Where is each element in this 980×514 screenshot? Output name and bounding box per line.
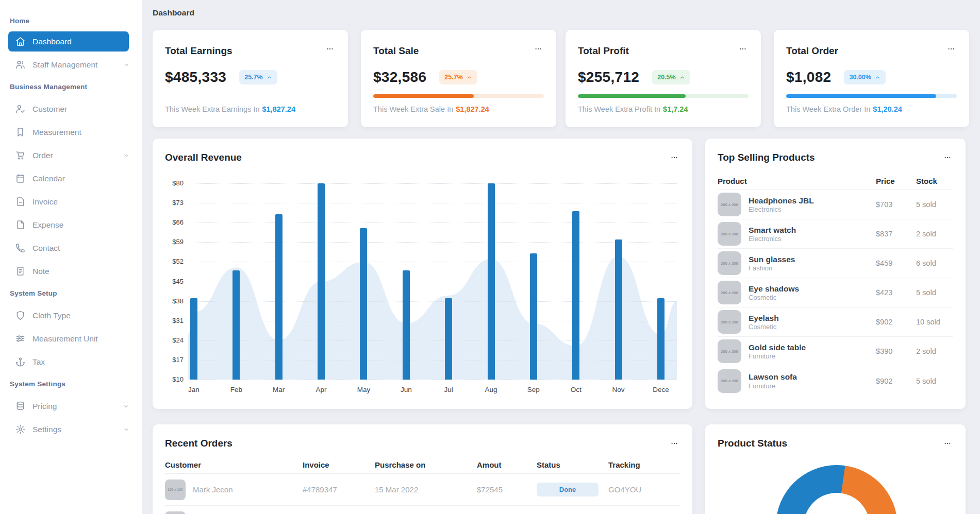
y-axis-tick-label: $24 — [157, 336, 184, 345]
product-text: Gold side tableFurniture — [749, 342, 806, 360]
chart-gridline — [188, 242, 677, 243]
sidebar-item-cloth-type[interactable]: Cloth Type — [0, 304, 142, 327]
product-price: $837 — [876, 230, 916, 238]
sidebar-item-staff-management[interactable]: Staff Management — [0, 53, 142, 76]
product-row-eyelash[interactable]: 200 x 200EyelashCosmetic$90210 sold — [718, 307, 953, 337]
product-row-lawson-sofa[interactable]: 200 x 200Lawson sofaFurniture$9025 sold — [718, 366, 953, 396]
column-amount: Amout — [477, 460, 537, 469]
sidebar-item-label: Pricing — [32, 402, 57, 411]
sidebar-item-label: Calendar — [32, 174, 65, 183]
more-options-icon[interactable] — [669, 154, 681, 163]
product-text: Headphones JBLElectronics — [749, 196, 814, 213]
stat-card-total-earnings: Total Earnings$485,33325.7%This Week Ext… — [153, 30, 348, 127]
revenue-bar-sep — [530, 253, 537, 380]
sidebar-section-items: PricingSettings — [0, 395, 142, 441]
sidebar-item-label: Order — [32, 151, 53, 160]
product-text: EyelashCosmetic — [749, 313, 779, 331]
order-amount: $72545 — [477, 485, 537, 494]
more-options-icon[interactable] — [324, 45, 337, 55]
revenue-bar-jul — [445, 298, 452, 380]
stat-footer-amount: $1,20.24 — [873, 105, 902, 113]
orders-table-header: Customer Invoice Pusrchase on Amout Stat… — [165, 456, 680, 474]
product-row-gold-side-table[interactable]: 200 x 200Gold side tableFurniture$3902 s… — [718, 337, 953, 366]
sidebar-item-label: Staff Management — [32, 60, 97, 70]
product-row-eye-shadows[interactable]: 200 x 200Eye shadowsCosmetic$4235 sold — [718, 278, 953, 307]
chevron-up-icon — [467, 75, 472, 80]
sidebar-item-expense[interactable]: Expense — [0, 213, 142, 236]
sidebar-item-order[interactable]: Order — [0, 144, 142, 167]
sidebar-item-label: Tax — [32, 357, 45, 367]
stat-value-row: $1,08230.00% — [786, 69, 957, 85]
product-name: Smart watch — [749, 225, 796, 235]
more-options-icon[interactable] — [942, 154, 954, 163]
sidebar-item-pricing[interactable]: Pricing — [0, 395, 142, 418]
order-customer-cell: 100 x 100Mark Jecon — [165, 479, 303, 500]
chart-gridline — [188, 203, 677, 203]
users-icon — [15, 59, 26, 70]
sidebar-item-calendar[interactable]: Calendar — [0, 167, 142, 190]
revenue-bar-mar — [275, 214, 283, 380]
product-name: Eyelash — [749, 313, 779, 323]
product-row-sun-glasses[interactable]: 200 x 200Sun glassesFashion$4596 sold — [718, 249, 953, 278]
overall-revenue-card: Overall Revenue $80$73$66$59$52$45$38$31… — [153, 139, 692, 409]
stat-value-row: $485,33325.7% — [165, 69, 336, 85]
sidebar-item-tax[interactable]: Tax — [0, 350, 142, 373]
y-axis-tick-label: $52 — [157, 257, 184, 266]
sidebar-item-measurement[interactable]: Measurement — [0, 121, 142, 144]
revenue-bar-aug — [488, 183, 495, 380]
sidebar-item-contact[interactable]: Contact — [0, 236, 142, 260]
sidebar-item-dashboard[interactable]: Dashboard — [8, 31, 129, 52]
product-stock: 5 sold — [916, 377, 953, 385]
sidebar-item-invoice[interactable]: Invoice — [0, 190, 142, 213]
top-selling-title: Top Selling Products — [718, 152, 815, 163]
x-axis-tick-label: Jun — [388, 386, 424, 393]
stat-change-badge: 20.5% — [652, 70, 690, 84]
more-options-icon[interactable] — [942, 440, 954, 449]
sidebar-item-note[interactable]: Note — [0, 260, 142, 283]
more-options-icon[interactable] — [533, 45, 545, 55]
stat-footer-amount: $1,827.24 — [456, 105, 489, 113]
stat-footer-text: This Week Extra Profit In$1,7.24 — [578, 105, 749, 113]
dashboard-page: { "page": { "title": "Dashboard", "backg… — [0, 0, 980, 514]
more-options-icon[interactable] — [945, 45, 958, 55]
sidebar-item-label: Measurement — [32, 128, 81, 137]
order-row-mark-jecon[interactable]: 100 x 100Mark Jecon#478934715 Mar 2022$7… — [165, 474, 680, 506]
revenue-bar-jan — [190, 298, 197, 380]
chart-gridline — [188, 340, 677, 341]
sidebar-item-label: Expense — [32, 220, 63, 230]
stat-footer-label: This Week Extra Order In — [786, 105, 870, 113]
bookmark-icon — [15, 127, 26, 138]
chart-gridline — [188, 321, 677, 321]
sidebar-item-customer[interactable]: Customer — [0, 97, 142, 121]
order-row-partial[interactable] — [165, 506, 680, 514]
column-status: Status — [537, 460, 608, 469]
sidebar-section-label: System Setup — [10, 288, 132, 299]
product-name: Sun glasses — [749, 254, 795, 264]
orders-table-body: 100 x 100Mark Jecon#478934715 Mar 2022$7… — [165, 474, 680, 514]
stat-footer-label: This Week Extra Earnings In — [165, 105, 259, 113]
database-icon — [15, 401, 26, 412]
customer-name: Mark Jecon — [193, 485, 233, 494]
column-price: Price — [876, 177, 916, 185]
product-price: $423 — [876, 288, 916, 297]
stat-footer-label: This Week Extra Sale In — [373, 105, 453, 113]
stat-footer-label: This Week Extra Profit In — [578, 105, 660, 113]
product-row-headphones-jbl[interactable]: 200 x 200Headphones JBLElectronics$7035 … — [718, 190, 953, 219]
more-options-icon[interactable] — [737, 45, 750, 55]
sidebar-item-settings[interactable]: Settings — [0, 418, 142, 441]
shield-icon — [15, 310, 26, 321]
product-row-smart-watch[interactable]: 200 x 200Smart watchElectronics$8372 sol… — [718, 219, 953, 249]
sidebar-item-measurement-unit[interactable]: Measurement Unit — [0, 327, 142, 350]
more-options-icon[interactable] — [669, 440, 681, 449]
product-price: $703 — [876, 200, 916, 209]
product-stock: 2 sold — [916, 230, 953, 238]
stat-progress-bar — [373, 94, 544, 98]
stat-value-row: $255,71220.5% — [578, 69, 749, 85]
product-cell: 200 x 200Sun glassesFashion — [718, 251, 876, 275]
sidebar-item-label: Customer — [32, 105, 67, 114]
product-thumbnail: 200 x 200 — [718, 369, 741, 393]
revenue-card-title: Overall Revenue — [165, 152, 242, 163]
product-text: Smart watchElectronics — [749, 225, 796, 243]
stat-progress-fill — [373, 94, 474, 98]
chevron-down-icon — [123, 152, 130, 159]
